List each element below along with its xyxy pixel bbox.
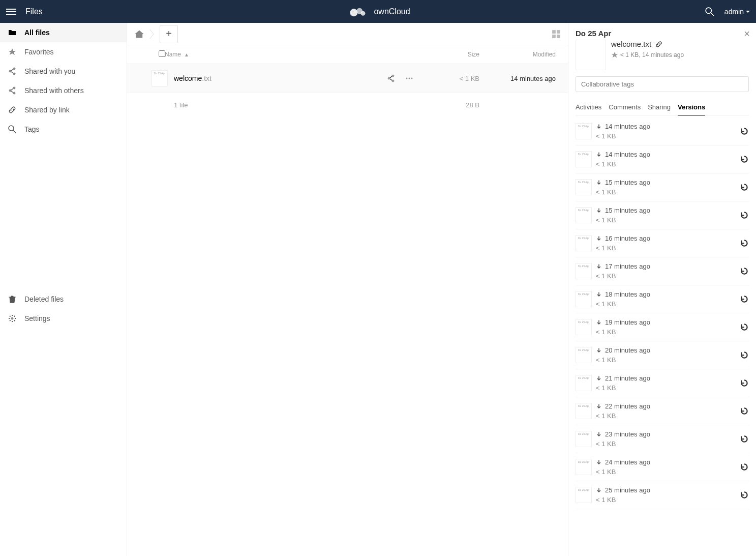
- brand-logo[interactable]: ownCloud: [346, 5, 410, 18]
- sidebar-item-favorites[interactable]: Favorites: [0, 42, 127, 62]
- sidebar-item-all-files[interactable]: All files: [0, 23, 127, 42]
- column-header-size[interactable]: Size: [429, 51, 479, 58]
- version-size: < 1 KB: [596, 132, 736, 140]
- version-thumbnail: Do 25 Apr: [576, 263, 592, 279]
- version-time: 14 minutes ago: [605, 123, 650, 130]
- restore-icon[interactable]: [740, 239, 749, 248]
- detail-tabs: Activities Comments Sharing Versions: [576, 99, 749, 115]
- restore-icon[interactable]: [740, 295, 749, 304]
- sidebar-item-label: Shared with others: [24, 86, 84, 95]
- file-summary: 1 file 28 B: [127, 93, 568, 117]
- menu-toggle-icon[interactable]: [6, 9, 16, 15]
- version-thumbnail: Do 25 Apr: [576, 151, 592, 167]
- download-icon: [596, 403, 602, 409]
- version-download[interactable]: 20 minutes ago: [596, 346, 736, 354]
- version-download[interactable]: 14 minutes ago: [596, 123, 736, 130]
- restore-icon[interactable]: [740, 350, 749, 360]
- download-icon: [596, 264, 602, 270]
- version-download[interactable]: 22 minutes ago: [596, 402, 736, 410]
- sidebar-item-settings[interactable]: Settings: [0, 309, 127, 328]
- version-time: 17 minutes ago: [605, 262, 650, 270]
- more-actions-icon[interactable]: [405, 74, 413, 82]
- sidebar: All files Favorites Shared with you Shar…: [0, 23, 127, 556]
- version-time: 24 minutes ago: [605, 458, 650, 466]
- version-download[interactable]: 14 minutes ago: [596, 151, 736, 158]
- restore-icon[interactable]: [740, 155, 749, 164]
- tab-versions[interactable]: Versions: [678, 99, 705, 115]
- share-icon[interactable]: [387, 74, 395, 82]
- version-time: 22 minutes ago: [605, 402, 650, 410]
- restore-icon[interactable]: [740, 406, 749, 416]
- version-size: < 1 KB: [596, 328, 736, 336]
- svg-point-12: [350, 9, 357, 16]
- version-thumbnail: Do 25 Apr: [576, 347, 592, 363]
- user-menu[interactable]: admin: [724, 8, 750, 16]
- version-item: Do 25 Apr 20 minutes ago < 1 KB: [576, 341, 749, 369]
- version-download[interactable]: 16 minutes ago: [596, 235, 736, 242]
- version-download[interactable]: 15 minutes ago: [596, 207, 736, 214]
- favorite-star-icon[interactable]: [611, 51, 618, 58]
- home-icon[interactable]: [134, 29, 144, 39]
- close-icon[interactable]: ×: [744, 28, 750, 40]
- gear-icon: [8, 314, 16, 323]
- sidebar-item-label: All files: [24, 28, 50, 37]
- version-thumbnail: Do 25 Apr: [576, 291, 592, 307]
- sidebar-item-tags[interactable]: Tags: [0, 120, 127, 139]
- grid-view-icon[interactable]: [552, 30, 561, 39]
- restore-icon[interactable]: [740, 323, 749, 332]
- download-icon: [596, 291, 602, 298]
- detail-meta: < 1 KB, 14 minutes ago: [620, 51, 684, 58]
- version-size: < 1 KB: [596, 188, 736, 196]
- file-row[interactable]: Do 25 Apr welcome.txt < 1 KB 14 minutes …: [127, 64, 568, 93]
- restore-icon[interactable]: [740, 127, 749, 136]
- column-header-modified[interactable]: Modified: [479, 51, 561, 58]
- restore-icon[interactable]: [740, 462, 749, 472]
- version-download[interactable]: 21 minutes ago: [596, 374, 736, 382]
- download-icon: [596, 375, 602, 382]
- version-thumbnail: Do 25 Apr: [576, 235, 592, 251]
- version-item: Do 25 Apr 23 minutes ago < 1 KB: [576, 425, 749, 453]
- download-icon: [596, 152, 602, 158]
- version-download[interactable]: 25 minutes ago: [596, 486, 736, 494]
- tab-comments[interactable]: Comments: [609, 99, 641, 115]
- tab-activities[interactable]: Activities: [576, 99, 601, 115]
- table-header: Name▲ Size Modified: [127, 45, 568, 64]
- restore-icon[interactable]: [740, 267, 749, 276]
- restore-icon[interactable]: [740, 183, 749, 192]
- version-download[interactable]: 17 minutes ago: [596, 262, 736, 270]
- version-download[interactable]: 18 minutes ago: [596, 290, 736, 298]
- tab-sharing[interactable]: Sharing: [648, 99, 671, 115]
- version-download[interactable]: 24 minutes ago: [596, 458, 736, 466]
- version-time: 21 minutes ago: [605, 374, 650, 382]
- sidebar-item-shared-by-link[interactable]: Shared by link: [0, 100, 127, 120]
- permalink-icon[interactable]: [655, 41, 662, 48]
- version-time: 15 minutes ago: [605, 179, 650, 186]
- version-download[interactable]: 19 minutes ago: [596, 318, 736, 326]
- svg-point-14: [360, 11, 365, 16]
- sidebar-item-shared-with-others[interactable]: Shared with others: [0, 81, 127, 100]
- restore-icon[interactable]: [740, 211, 749, 220]
- restore-icon[interactable]: [740, 434, 749, 444]
- file-name: welcome.txt: [174, 74, 387, 82]
- restore-icon[interactable]: [740, 378, 749, 388]
- summary-count: 1 file: [134, 101, 429, 109]
- version-thumbnail: Do 25 Apr: [576, 207, 592, 223]
- tags-input[interactable]: [576, 76, 749, 92]
- link-icon: [8, 106, 16, 114]
- add-button[interactable]: +: [160, 25, 178, 43]
- version-item: Do 25 Apr 15 minutes ago < 1 KB: [576, 201, 749, 229]
- download-icon: [596, 487, 602, 493]
- sidebar-item-deleted-files[interactable]: Deleted files: [0, 289, 127, 309]
- version-size: < 1 KB: [596, 412, 736, 420]
- restore-icon[interactable]: [740, 490, 749, 500]
- version-time: 19 minutes ago: [605, 318, 650, 326]
- column-header-name[interactable]: Name▲: [165, 51, 429, 58]
- version-size: < 1 KB: [596, 440, 736, 448]
- sidebar-item-label: Shared with you: [24, 67, 75, 75]
- search-icon[interactable]: [705, 7, 714, 16]
- download-icon: [596, 180, 602, 186]
- version-download[interactable]: 15 minutes ago: [596, 179, 736, 186]
- sidebar-item-shared-with-you[interactable]: Shared with you: [0, 62, 127, 81]
- version-size: < 1 KB: [596, 356, 736, 364]
- version-download[interactable]: 23 minutes ago: [596, 430, 736, 438]
